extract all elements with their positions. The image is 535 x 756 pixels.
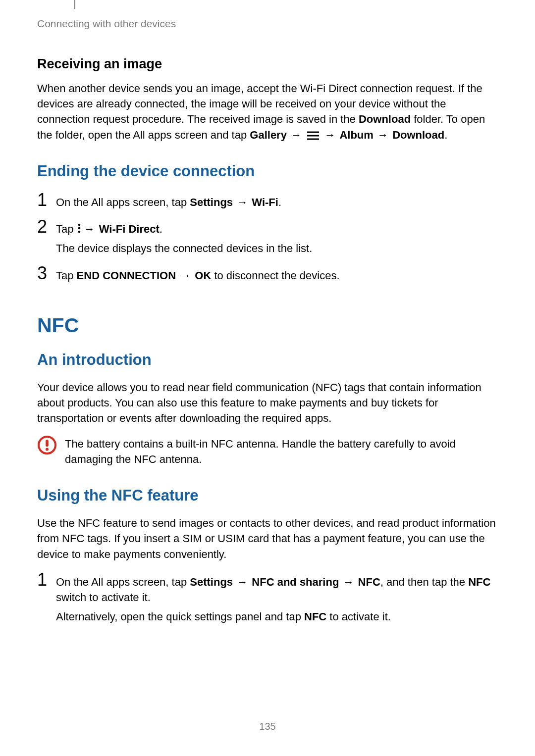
- step-subtext: The device displays the connected device…: [56, 241, 312, 256]
- more-options-icon: [78, 223, 81, 233]
- bold-nfc: NFC: [358, 576, 380, 588]
- paragraph-intro: Your device allows you to read near fiel…: [37, 380, 498, 426]
- step-body: Tap END CONNECTION → OK to disconnect th…: [56, 264, 340, 283]
- arrow-icon: →: [323, 129, 336, 141]
- bold-wifi: Wi-Fi: [252, 196, 278, 208]
- bold-settings: Settings: [190, 196, 233, 208]
- bold-download: Download: [359, 113, 411, 125]
- arrow-icon: →: [376, 129, 389, 141]
- bold-album: Album: [339, 129, 373, 141]
- text: to activate it.: [326, 610, 391, 623]
- bold-gallery: Gallery: [250, 129, 287, 141]
- bold-ok: OK: [195, 269, 211, 282]
- heading-nfc: NFC: [37, 314, 498, 337]
- step-body: On the All apps screen, tap Settings → W…: [56, 191, 281, 210]
- heading-introduction: An introduction: [37, 351, 498, 369]
- heading-ending-connection: Ending the device connection: [37, 162, 498, 180]
- svg-point-8: [46, 448, 49, 451]
- text: Tap: [56, 223, 77, 235]
- page-number: 135: [0, 721, 535, 732]
- step-subtext: Alternatively, open the quick settings p…: [56, 609, 498, 624]
- step-body: Tap → Wi-Fi Direct. The device displays …: [56, 218, 312, 256]
- bold-settings: Settings: [190, 576, 233, 588]
- step-1-nfc: 1 On the All apps screen, tap Settings →…: [37, 571, 498, 625]
- step-1: 1 On the All apps screen, tap Settings →…: [37, 191, 498, 210]
- text: .: [278, 196, 281, 208]
- svg-point-5: [78, 231, 80, 233]
- text: switch to activate it.: [56, 591, 151, 604]
- paragraph-using-nfc: Use the NFC feature to send images or co…: [37, 515, 498, 562]
- step-number: 1: [37, 191, 56, 210]
- heading-using-nfc: Using the NFC feature: [37, 487, 498, 504]
- svg-point-3: [78, 224, 80, 226]
- caution-icon: [37, 435, 65, 467]
- svg-rect-7: [46, 440, 49, 447]
- arrow-icon: →: [236, 196, 249, 208]
- top-guide-mark: [74, 0, 75, 9]
- text: , and then tap the: [380, 576, 468, 588]
- step-number: 1: [37, 571, 56, 625]
- bold-nfc: NFC: [468, 576, 490, 588]
- caution-note: The battery contains a built-in NFC ante…: [37, 435, 498, 467]
- text: Tap: [56, 269, 77, 282]
- step-number: 2: [37, 218, 56, 256]
- paragraph-receiving-image: When another device sends you an image, …: [37, 81, 498, 143]
- caution-text: The battery contains a built-in NFC ante…: [65, 435, 498, 467]
- bold-nfc-sharing: NFC and sharing: [252, 576, 339, 588]
- step-2: 2 Tap → Wi-Fi Direct. The device display…: [37, 218, 498, 256]
- text: .: [444, 129, 447, 141]
- arrow-icon: →: [83, 223, 96, 235]
- bold-nfc: NFC: [304, 610, 326, 623]
- hamburger-icon: [307, 131, 319, 140]
- bold-download: Download: [392, 129, 444, 141]
- arrow-icon: →: [179, 269, 192, 282]
- bold-end-connection: END CONNECTION: [77, 269, 176, 282]
- text: On the All apps screen, tap: [56, 196, 190, 208]
- running-header: Connecting with other devices: [37, 18, 498, 30]
- text: On the All apps screen, tap: [56, 576, 190, 588]
- svg-point-4: [78, 227, 80, 230]
- arrow-icon: →: [236, 576, 249, 588]
- heading-receiving-image: Receiving an image: [37, 56, 498, 72]
- step-body: On the All apps screen, tap Settings → N…: [56, 571, 498, 625]
- text: .: [160, 223, 162, 235]
- text: to disconnect the devices.: [211, 269, 339, 282]
- bold-wifi-direct: Wi-Fi Direct: [99, 223, 160, 235]
- arrow-icon: →: [342, 576, 355, 588]
- step-number: 3: [37, 264, 56, 283]
- text: Alternatively, open the quick settings p…: [56, 610, 304, 623]
- step-3: 3 Tap END CONNECTION → OK to disconnect …: [37, 264, 498, 283]
- arrow-icon: →: [290, 129, 303, 141]
